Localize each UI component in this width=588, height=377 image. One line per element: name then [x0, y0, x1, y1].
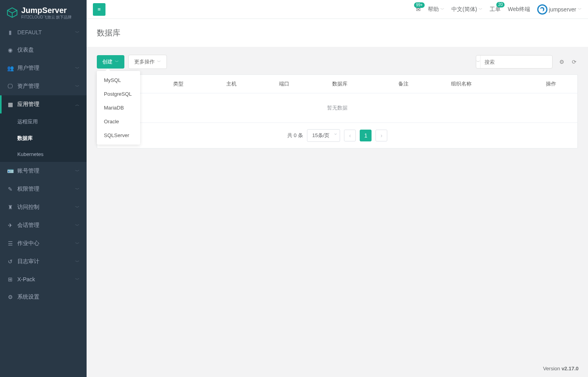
user-menu[interactable]: jumpserver ﹀: [537, 4, 582, 15]
next-page-button[interactable]: ›: [375, 130, 387, 141]
mail-badge: 99+: [414, 2, 425, 8]
logo-icon: [6, 7, 18, 19]
sidebar-sub-kubernetes[interactable]: Kubernetes: [0, 147, 87, 162]
fort-icon: ♜: [7, 204, 13, 210]
chevron-down-icon: ﹀: [578, 7, 582, 12]
search-filter-dropdown[interactable]: ﹀: [476, 56, 481, 68]
edit-icon: ✎: [7, 186, 13, 192]
sidebar-sub-database[interactable]: 数据库: [0, 130, 87, 147]
ticket-button[interactable]: 工单 20: [490, 6, 501, 13]
chevron-down-icon: ﹀: [157, 59, 161, 65]
chevron-down-icon: ﹀: [75, 168, 80, 174]
create-option-sqlserver[interactable]: SQLServer: [97, 128, 140, 142]
hamburger-icon: ≡: [98, 6, 101, 12]
chevron-down-icon: ﹀: [75, 277, 80, 282]
sidebar-item-dashboard[interactable]: ◉ 仪表盘: [0, 41, 87, 59]
col-action: 操作: [524, 75, 577, 93]
chevron-down-icon: ﹀: [75, 241, 80, 247]
refresh-icon: ⟳: [572, 59, 577, 65]
language-menu[interactable]: 中文(简体) ﹀: [451, 6, 483, 13]
id-icon: 🪪: [7, 168, 13, 174]
col-org[interactable]: 组织名称: [446, 75, 524, 93]
gear-icon: ⚙: [559, 59, 564, 65]
logo[interactable]: JumpServer FIT2CLOUD飞致云 旗下品牌: [0, 0, 87, 24]
sidebar-item-accounts[interactable]: 🪪 账号管理 ﹀: [0, 162, 87, 180]
ticket-badge: 20: [496, 2, 505, 7]
prev-page-button[interactable]: ‹: [344, 130, 356, 141]
col-type[interactable]: 类型: [168, 75, 221, 93]
pagination: 共 0 条 15条/页 ‹ 1 ›: [97, 123, 577, 148]
logo-text: JumpServer: [21, 6, 72, 15]
sidebar-item-sessions[interactable]: ✈ 会话管理 ﹀: [0, 216, 87, 234]
create-option-mysql[interactable]: MySQL: [97, 73, 140, 87]
footer: Version v2.17.0: [87, 360, 588, 377]
chevron-down-icon: ﹀: [75, 65, 80, 71]
stack-icon: ☰: [7, 240, 13, 247]
page-title: 数据库: [97, 28, 578, 38]
sidebar-item-xpack[interactable]: ⊞ X-Pack ﹀: [0, 271, 87, 288]
chevron-down-icon: ﹀: [75, 259, 80, 265]
sidebar-item-audit[interactable]: ↺ 日志审计 ﹀: [0, 253, 87, 271]
chevron-down-icon: ﹀: [479, 7, 483, 12]
avatar-icon: [537, 4, 547, 15]
history-icon: ↺: [7, 258, 13, 265]
org-selector[interactable]: ▮ DEFAULT ﹀: [0, 24, 87, 41]
more-actions-button[interactable]: 更多操作 ﹀: [128, 55, 167, 69]
logo-subtext: FIT2CLOUD飞致云 旗下品牌: [21, 15, 72, 20]
sidebar-item-acl[interactable]: ♜ 访问控制 ﹀: [0, 198, 87, 216]
sidebar-item-assets[interactable]: 🖵 资产管理 ﹀: [0, 77, 87, 95]
dashboard-icon: ◉: [7, 47, 13, 53]
chevron-down-icon: ﹀: [75, 204, 80, 210]
chevron-down-icon: ﹀: [75, 223, 80, 228]
col-comment[interactable]: 备注: [393, 75, 446, 93]
mail-button[interactable]: ✉ 99+: [416, 6, 421, 13]
sidebar-toggle-button[interactable]: ≡: [93, 3, 105, 16]
create-dropdown: MySQL PostgreSQL MariaDB Oracle SQLServe…: [97, 71, 140, 145]
page-size-select[interactable]: 15条/页: [307, 129, 340, 142]
table-header-row: 名称 类型 主机 端口 数据库 备注 组织名称 操作: [97, 75, 577, 93]
search-input[interactable]: [481, 59, 555, 65]
create-button[interactable]: 创建 ﹀: [97, 55, 124, 69]
settings-button[interactable]: ⚙: [558, 58, 565, 65]
chevron-left-icon: ‹: [349, 132, 351, 139]
col-port[interactable]: 端口: [274, 75, 327, 93]
toolbar: 创建 ﹀ MySQL PostgreSQL MariaDB Oracle SQL…: [87, 47, 588, 74]
bookmark-icon: ▮: [7, 29, 13, 35]
topbar: ≡ ✉ 99+ 帮助 ﹀ 中文(简体) ﹀ 工单 20 Web终端: [87, 0, 588, 19]
gear-icon: ⚙: [7, 294, 13, 300]
create-option-oracle[interactable]: Oracle: [97, 115, 140, 128]
version-text: v2.17.0: [562, 366, 579, 371]
help-menu[interactable]: 帮助 ﹀: [428, 6, 444, 13]
empty-text: 暂无数据: [97, 93, 577, 123]
chevron-down-icon: ﹀: [440, 7, 444, 12]
page-header: 数据库: [87, 19, 588, 47]
data-table: 名称 类型 主机 端口 数据库 备注 组织名称 操作 暂无数据: [97, 74, 578, 149]
refresh-button[interactable]: ⟳: [571, 58, 578, 65]
chevron-down-icon: ﹀: [75, 186, 80, 192]
create-option-postgresql[interactable]: PostgreSQL: [97, 87, 140, 101]
empty-row: 暂无数据: [97, 93, 577, 123]
sidebar-item-applications[interactable]: ▦ 应用管理 ︿: [0, 95, 87, 113]
chevron-down-icon: ﹀: [75, 30, 80, 35]
page-number-button[interactable]: 1: [360, 130, 372, 141]
create-option-mariadb[interactable]: MariaDB: [97, 101, 140, 115]
col-database[interactable]: 数据库: [327, 75, 392, 93]
sidebar-item-users[interactable]: 👥 用户管理 ﹀: [0, 59, 87, 77]
sidebar: JumpServer FIT2CLOUD飞致云 旗下品牌 ▮ DEFAULT ﹀…: [0, 0, 87, 377]
org-name: DEFAULT: [17, 29, 42, 35]
search-box: ﹀: [476, 55, 553, 69]
sitemap-icon: ⊞: [7, 276, 13, 282]
web-terminal-button[interactable]: Web终端: [508, 6, 530, 13]
pagination-total: 共 0 条: [287, 132, 303, 139]
sidebar-item-jobs[interactable]: ☰ 作业中心 ﹀: [0, 234, 87, 253]
chevron-down-icon: ﹀: [115, 59, 119, 65]
sidebar-item-perms[interactable]: ✎ 权限管理 ﹀: [0, 180, 87, 198]
sidebar-item-settings[interactable]: ⚙ 系统设置: [0, 288, 87, 306]
col-host[interactable]: 主机: [221, 75, 274, 93]
rocket-icon: ✈: [7, 222, 13, 228]
grid-icon: ▦: [7, 101, 13, 108]
sidebar-sub-remote-app[interactable]: 远程应用: [0, 113, 87, 130]
laptop-icon: 🖵: [7, 83, 13, 89]
chevron-down-icon: ﹀: [75, 84, 80, 89]
users-icon: 👥: [7, 65, 13, 71]
